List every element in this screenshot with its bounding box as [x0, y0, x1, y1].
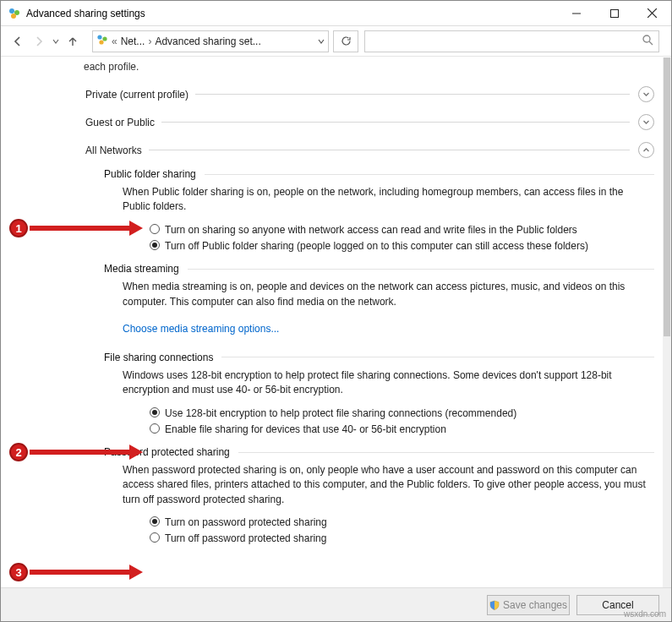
annotation-arrow-2 [30, 447, 143, 457]
vertical-scrollbar[interactable] [663, 57, 671, 587]
desc-media-streaming: When media streaming is on, people and d… [123, 280, 646, 309]
radio-icon[interactable] [150, 516, 160, 527]
breadcrumb-network[interactable]: Net... [121, 35, 145, 47]
back-button[interactable] [8, 31, 28, 52]
profile-private-label: Private (current profile) [85, 89, 188, 101]
minimize-button[interactable] [557, 2, 595, 25]
radio-icon[interactable] [150, 407, 160, 417]
desc-file-sharing-connections: Windows uses 128-bit encryption to help … [123, 368, 646, 398]
window-title: Advanced sharing settings [26, 8, 145, 19]
radio-public-folder-off[interactable]: Turn off Public folder sharing (people l… [150, 239, 654, 253]
search-icon[interactable] [642, 35, 653, 48]
chevron-down-icon[interactable] [318, 35, 325, 47]
shield-icon [489, 600, 500, 610]
svg-rect-4 [610, 9, 618, 17]
annotation-badge-1: 1 [9, 219, 28, 237]
link-media-streaming-options[interactable]: Choose media streaming options... [123, 323, 279, 335]
annotation-arrow-1 [30, 223, 143, 233]
chevron-up-icon[interactable] [638, 142, 654, 158]
radio-128bit-encryption[interactable]: Use 128-bit encryption to help protect f… [150, 406, 654, 420]
profile-guest-label: Guest or Public [85, 117, 155, 128]
desc-public-folder-sharing: When Public folder sharing is on, people… [123, 185, 646, 215]
chevron-right-icon: › [148, 35, 151, 47]
save-changes-button[interactable]: Save changes [487, 595, 570, 615]
svg-point-7 [97, 35, 101, 39]
footer: Save changes Cancel [1, 587, 671, 621]
search-box[interactable] [364, 30, 659, 52]
breadcrumb-advanced[interactable]: Advanced sharing set... [155, 35, 260, 47]
chevron-down-icon[interactable] [638, 86, 654, 102]
refresh-button[interactable] [333, 30, 358, 52]
breadcrumb-sep: « [112, 35, 117, 47]
heading-file-sharing-connections: File sharing connections [104, 352, 654, 363]
up-button[interactable] [63, 31, 83, 52]
forward-button[interactable] [29, 31, 49, 52]
radio-4056bit-encryption[interactable]: Enable file sharing for devices that use… [150, 423, 654, 436]
profile-all-networks[interactable]: All Networks [85, 142, 654, 158]
app-icon [8, 7, 21, 20]
svg-point-9 [99, 40, 103, 44]
scrollbar-thumb[interactable] [664, 57, 670, 336]
maximize-button[interactable] [595, 2, 633, 25]
chevron-down-icon[interactable] [638, 114, 654, 130]
annotation-arrow-3 [30, 567, 143, 577]
heading-media-streaming: Media streaming [104, 263, 654, 275]
annotation-badge-3: 3 [9, 563, 28, 581]
search-input[interactable] [370, 35, 653, 48]
annotation-badge-2: 2 [9, 443, 28, 461]
heading-password-protected-sharing: Password protected sharing [104, 446, 654, 458]
content-pane: each profile. Private (current profile) … [1, 57, 663, 561]
recent-dropdown[interactable] [50, 31, 62, 52]
address-bar[interactable]: « Net... › Advanced sharing set... [92, 30, 329, 52]
network-icon [96, 34, 108, 48]
svg-point-2 [11, 14, 16, 19]
radio-password-on[interactable]: Turn on password protected sharing [150, 516, 654, 529]
close-button[interactable] [633, 2, 671, 25]
desc-password-protected-sharing: When password protected sharing is on, o… [123, 463, 646, 507]
radio-public-folder-on[interactable]: Turn on sharing so anyone with network a… [150, 223, 654, 237]
radio-password-off[interactable]: Turn off password protected sharing [150, 532, 654, 545]
svg-line-11 [649, 41, 653, 45]
radio-icon[interactable] [150, 423, 160, 434]
svg-point-10 [643, 35, 650, 42]
radio-icon[interactable] [150, 532, 160, 543]
svg-point-8 [102, 36, 107, 41]
watermark: wsxdn.com [624, 609, 666, 619]
svg-point-0 [9, 8, 14, 14]
radio-icon[interactable] [150, 224, 160, 234]
profile-guest-public[interactable]: Guest or Public [85, 114, 654, 130]
radio-icon[interactable] [150, 240, 160, 250]
profile-private[interactable]: Private (current profile) [85, 86, 654, 102]
profile-all-label: All Networks [85, 145, 142, 156]
titlebar: Advanced sharing settings [1, 1, 671, 26]
heading-public-folder-sharing: Public folder sharing [104, 168, 654, 180]
navbar: « Net... › Advanced sharing set... [1, 26, 671, 57]
each-profile-text: each profile. [84, 61, 654, 73]
